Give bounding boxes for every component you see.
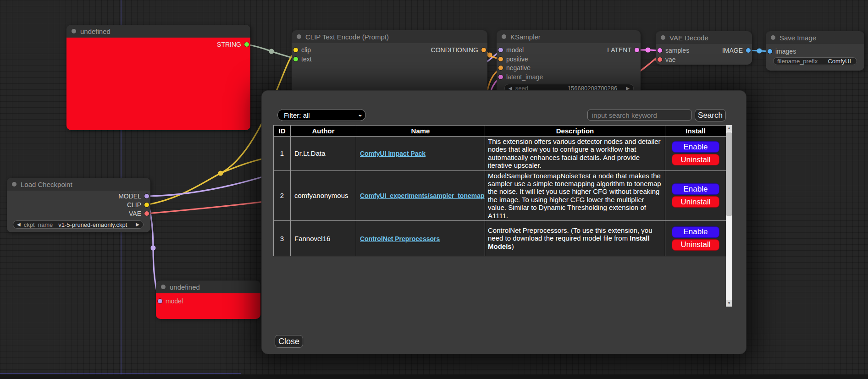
increment-arrow-icon[interactable]: ▶ [626, 86, 630, 91]
cell-id: 3 [274, 221, 291, 256]
node-title-bar[interactable]: VAE Decode [656, 31, 752, 44]
collapse-dot-icon[interactable] [12, 182, 17, 187]
port-dot-positive[interactable] [498, 57, 503, 61]
filter-select[interactable]: Filter: all ⌄ [277, 109, 366, 121]
node-undefined-top[interactable]: undefined STRING [66, 25, 250, 130]
extension-link[interactable]: ComfyUI Impact Pack [360, 150, 426, 157]
uninstall-button[interactable]: Uninstall [672, 196, 719, 208]
enable-button[interactable]: Enable [672, 183, 719, 195]
collapse-dot-icon[interactable] [297, 34, 301, 39]
input-port-positive[interactable]: positive [498, 56, 528, 62]
port-dot-latent-image[interactable] [498, 75, 503, 79]
ckpt-name-widget[interactable]: ◀ ckpt_name v1-5-pruned-emaonly.ckpt ▶ [13, 220, 144, 229]
search-input[interactable] [587, 110, 692, 121]
filename-prefix-widget[interactable]: filename_prefix ComfyUI [773, 57, 857, 65]
node-title-bar[interactable]: KSampler [497, 30, 641, 43]
cell-description: This extension offers various detector n… [485, 137, 665, 171]
node-title-bar[interactable]: Save Image [766, 31, 864, 44]
cell-install: Enable Uninstall [665, 137, 726, 171]
node-save-image[interactable]: Save Image images filename_prefix ComfyU… [766, 31, 864, 71]
decrement-arrow-icon[interactable]: ◀ [509, 86, 512, 91]
widget-label: ckpt_name [24, 221, 53, 228]
port-dot-conditioning[interactable] [481, 48, 486, 52]
output-port-clip[interactable]: CLIP [127, 202, 149, 208]
output-port-vae[interactable]: VAE [129, 210, 149, 217]
node-body: STRING [66, 38, 250, 130]
node-load-checkpoint[interactable]: Load Checkpoint MODEL CLIP VAE ◀ ckpt_na… [7, 178, 150, 232]
table-header-row: ID Author Name Description Install [274, 126, 726, 137]
node-vae-decode[interactable]: VAE Decode samples vae IMAGE [656, 31, 752, 65]
node-title: KSampler [510, 33, 541, 41]
search-button[interactable]: Search [695, 109, 726, 121]
input-port-images[interactable]: images [768, 48, 796, 55]
port-dot-image[interactable] [746, 48, 751, 53]
port-dot-clip[interactable] [293, 48, 298, 52]
output-port-string[interactable]: STRING [217, 41, 249, 48]
cell-id: 2 [274, 170, 291, 220]
widget-value: v1-5-pruned-emaonly.ckpt [58, 221, 127, 228]
input-port-samples[interactable]: samples [658, 47, 689, 54]
port-dot-vae[interactable] [658, 57, 662, 62]
uninstall-button[interactable]: Uninstall [672, 154, 719, 165]
port-dot-samples[interactable] [658, 48, 662, 53]
increment-arrow-icon[interactable]: ▶ [136, 222, 139, 227]
port-dot-model[interactable] [158, 299, 162, 303]
node-title-bar[interactable]: Load Checkpoint [7, 178, 150, 191]
collapse-dot-icon[interactable] [502, 34, 506, 39]
enable-button[interactable]: Enable [672, 226, 719, 238]
node-title-bar[interactable]: undefined [66, 25, 250, 38]
port-dot-vae[interactable] [144, 211, 149, 216]
input-port-text[interactable]: text [293, 56, 312, 62]
cell-description: ModelSamplerTonemapNoiseTest a node that… [485, 170, 665, 220]
input-port-negative[interactable]: negative [498, 65, 531, 71]
chevron-down-icon: ⌄ [358, 111, 363, 118]
cell-author: Dr.Lt.Data [291, 137, 356, 171]
port-dot-text[interactable] [293, 57, 298, 61]
scrollbar-thumb[interactable] [726, 132, 732, 216]
collapse-dot-icon[interactable] [771, 35, 775, 40]
port-dot-model[interactable] [498, 48, 503, 52]
scrollbar[interactable]: ▲ ▼ [726, 125, 732, 307]
node-body: samples vae IMAGE [656, 44, 752, 65]
scrollbar-down-arrow-icon[interactable]: ▼ [726, 300, 732, 307]
port-dot-clip[interactable] [144, 203, 149, 207]
table-row: 3 Fannovel16 ControlNet Preprocessors Co… [274, 221, 726, 256]
decrement-arrow-icon[interactable]: ◀ [17, 222, 21, 227]
output-port-latent[interactable]: LATENT [607, 47, 639, 53]
port-dot-latent[interactable] [635, 48, 639, 52]
output-port-image[interactable]: IMAGE [722, 47, 751, 54]
input-port-model[interactable]: model [158, 298, 183, 304]
extension-link[interactable]: ComfyUI_experiments/sampler_tonemap [360, 192, 485, 199]
node-title: undefined [80, 27, 111, 35]
extension-table-container: ID Author Name Description Install 1 Dr.… [273, 125, 732, 307]
port-dot-string[interactable] [244, 42, 249, 47]
node-body: images filename_prefix ComfyUI [766, 44, 864, 71]
node-title: CLIP Text Encode (Prompt) [305, 33, 389, 41]
node-body: model [156, 293, 260, 319]
extension-link[interactable]: ControlNet Preprocessors [360, 235, 440, 242]
node-title-bar[interactable]: undefined [156, 280, 260, 293]
node-undefined-bottom[interactable]: undefined model [156, 280, 260, 319]
output-port-model[interactable]: MODEL [118, 193, 149, 199]
port-dot-images[interactable] [768, 49, 772, 54]
enable-button[interactable]: Enable [672, 141, 719, 153]
port-dot-negative[interactable] [498, 66, 503, 70]
scrollbar-up-arrow-icon[interactable]: ▲ [726, 125, 732, 132]
collapse-dot-icon[interactable] [72, 29, 76, 33]
close-button[interactable]: Close [275, 335, 303, 348]
input-port-model[interactable]: model [498, 47, 524, 53]
collapse-dot-icon[interactable] [161, 285, 166, 289]
widget-value: ComfyUI [828, 58, 851, 65]
output-port-conditioning[interactable]: CONDITIONING [431, 47, 486, 53]
node-title-bar[interactable]: CLIP Text Encode (Prompt) [292, 30, 487, 43]
extension-table: ID Author Name Description Install 1 Dr.… [273, 125, 726, 256]
extension-manager-dialog: Filter: all ⌄ Search ID Author Name Desc… [261, 90, 746, 354]
collapse-dot-icon[interactable] [661, 35, 665, 40]
input-port-vae[interactable]: vae [658, 56, 676, 63]
input-port-latent-image[interactable]: latent_image [498, 74, 543, 80]
port-dot-model[interactable] [144, 194, 149, 198]
uninstall-button[interactable]: Uninstall [672, 239, 719, 251]
input-port-clip[interactable]: clip [293, 47, 311, 53]
node-title: Save Image [780, 34, 816, 42]
header-author: Author [291, 126, 356, 137]
